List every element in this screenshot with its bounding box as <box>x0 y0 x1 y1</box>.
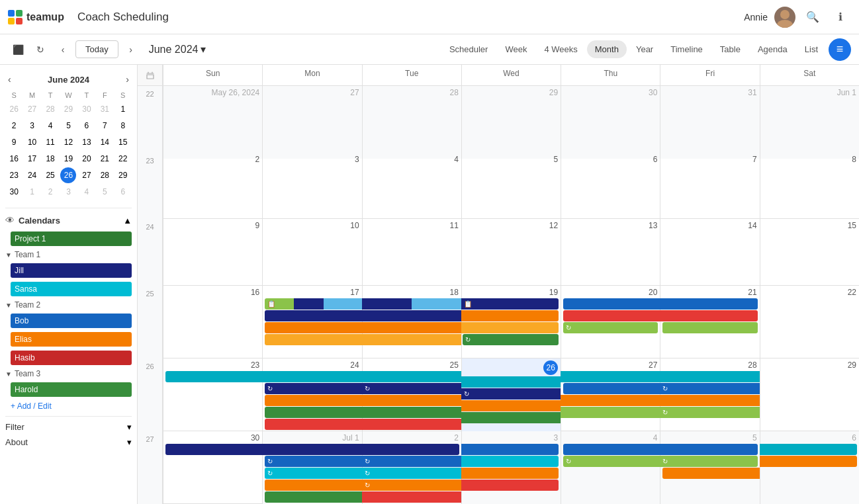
add-edit-link[interactable]: + Add / Edit <box>0 399 137 413</box>
event-bar[interactable]: 📋 <box>265 298 362 310</box>
event-bar[interactable] <box>265 480 362 491</box>
event-bar[interactable] <box>563 383 660 394</box>
event-bar[interactable]: ↻ <box>563 456 660 467</box>
week-num-24[interactable]: 24 <box>138 219 163 292</box>
mini-day[interactable]: 30 <box>6 184 22 200</box>
project1-bar[interactable]: Project 1 <box>11 231 132 246</box>
mini-day[interactable]: 31 <box>97 101 113 117</box>
week-num-27[interactable]: 27 <box>138 431 163 504</box>
mini-day[interactable]: 26 <box>6 101 22 117</box>
event-bar[interactable] <box>461 400 561 411</box>
jill-bar[interactable]: Jill <box>11 263 132 278</box>
week-num-26[interactable]: 26 <box>138 358 163 431</box>
event-bar[interactable] <box>165 371 263 382</box>
mini-day[interactable]: 11 <box>42 134 58 150</box>
day-jun14[interactable]: 14 <box>660 219 759 292</box>
mini-day[interactable]: 23 <box>6 167 22 183</box>
event-bar[interactable] <box>660 371 760 382</box>
week-num-22[interactable]: 22 <box>138 86 163 159</box>
event-bar[interactable] <box>461 444 559 455</box>
day-jun24[interactable]: 24 ↻ <box>262 358 361 431</box>
day-jun2[interactable]: 2 <box>163 153 262 226</box>
event-bar[interactable] <box>461 322 559 333</box>
event-bar[interactable] <box>563 444 660 455</box>
mini-day[interactable]: 6 <box>115 184 131 200</box>
event-bar[interactable] <box>660 310 757 321</box>
sidebar-toggle[interactable]: ⬛ <box>8 40 28 60</box>
day-jul5[interactable]: 5 ↻ <box>660 431 759 504</box>
mini-day[interactable]: 27 <box>79 167 95 183</box>
team1-header[interactable]: ▼ Team 1 <box>0 248 137 261</box>
mini-day[interactable]: 28 <box>42 101 58 117</box>
mini-day[interactable]: 17 <box>24 151 40 167</box>
mini-day[interactable]: 12 <box>60 134 76 150</box>
event-bar[interactable] <box>561 371 660 382</box>
day-jun18[interactable]: 18 <box>362 286 461 358</box>
event-bar[interactable] <box>461 456 559 467</box>
event-bar[interactable] <box>662 322 757 333</box>
hamburger-menu[interactable]: ≡ <box>829 38 851 61</box>
mini-day[interactable]: 4 <box>79 184 95 200</box>
day-jun21[interactable]: 21 <box>660 286 759 358</box>
tab-agenda[interactable]: Agenda <box>750 40 795 58</box>
tab-4weeks[interactable]: 4 Weeks <box>536 40 585 58</box>
mini-day[interactable]: 27 <box>24 101 40 117</box>
mini-day[interactable]: 2 <box>6 118 22 134</box>
day-may27[interactable]: 27 <box>262 86 361 159</box>
day-may31[interactable]: 31 <box>660 86 759 159</box>
day-jun26-today[interactable]: 26 ↻ <box>461 358 561 431</box>
event-bar[interactable] <box>362 444 459 455</box>
refresh-button[interactable]: ↻ <box>30 40 50 60</box>
mini-next-button[interactable]: › <box>123 73 132 86</box>
day-may26[interactable]: May 26, 2024 <box>163 86 262 159</box>
event-bar[interactable]: ↻ <box>362 480 462 491</box>
tab-timeline[interactable]: Timeline <box>662 40 711 58</box>
event-bar[interactable] <box>662 468 760 479</box>
tab-list[interactable]: List <box>797 40 826 58</box>
day-jun28[interactable]: 28 ↻ ↻ <box>660 358 759 431</box>
day-jun9[interactable]: 9 <box>163 219 262 292</box>
mini-today[interactable]: 26 <box>60 167 76 183</box>
event-bar[interactable] <box>760 444 857 455</box>
calendar-item-jill[interactable]: Jill <box>0 261 137 280</box>
mini-day[interactable]: 21 <box>97 151 113 167</box>
tab-table[interactable]: Table <box>712 40 748 58</box>
mini-day[interactable]: 5 <box>97 184 113 200</box>
event-bar[interactable] <box>265 407 362 418</box>
event-bar[interactable] <box>461 468 559 479</box>
event-bar[interactable] <box>362 395 462 406</box>
event-bar[interactable] <box>362 407 462 418</box>
event-bar[interactable] <box>165 444 263 455</box>
event-bar[interactable] <box>563 298 660 310</box>
week-num-25[interactable]: 25 <box>138 286 163 358</box>
calendar-item-bob[interactable]: Bob <box>0 312 137 330</box>
mini-day[interactable]: 25 <box>42 167 58 183</box>
mini-day[interactable]: 19 <box>60 151 76 167</box>
event-bar[interactable] <box>362 491 462 503</box>
event-bar[interactable] <box>461 480 559 491</box>
tab-scheduler[interactable]: Scheduler <box>441 40 496 58</box>
day-may30[interactable]: 30 <box>561 86 660 159</box>
mini-day[interactable]: 13 <box>79 134 95 150</box>
event-bar[interactable]: ↻ <box>461 388 561 399</box>
event-bar[interactable]: ↻ <box>660 407 760 418</box>
event-bar[interactable]: ↻ <box>265 468 362 479</box>
mini-day[interactable]: 2 <box>42 184 58 200</box>
event-bar[interactable] <box>660 395 760 406</box>
mini-day[interactable]: 16 <box>6 151 22 167</box>
event-bar[interactable] <box>561 407 660 418</box>
mini-day[interactable]: 9 <box>6 134 22 150</box>
event-bar[interactable] <box>265 491 362 503</box>
mini-prev-button[interactable]: ‹ <box>5 73 14 86</box>
day-jun17[interactable]: 17 📋 <box>262 286 361 358</box>
event-bar[interactable] <box>461 412 561 423</box>
day-jun29[interactable]: 29 <box>760 358 859 431</box>
event-bar[interactable] <box>265 310 362 321</box>
day-jun3[interactable]: 3 <box>262 153 361 226</box>
mini-day[interactable]: 18 <box>42 151 58 167</box>
mini-day[interactable]: 24 <box>24 167 40 183</box>
mini-day[interactable]: 8 <box>115 118 131 134</box>
day-jun1[interactable]: Jun 1 <box>760 86 859 159</box>
day-jun20[interactable]: 20 ↻ <box>561 286 660 358</box>
day-jun25[interactable]: 25 ↻ <box>362 358 461 431</box>
